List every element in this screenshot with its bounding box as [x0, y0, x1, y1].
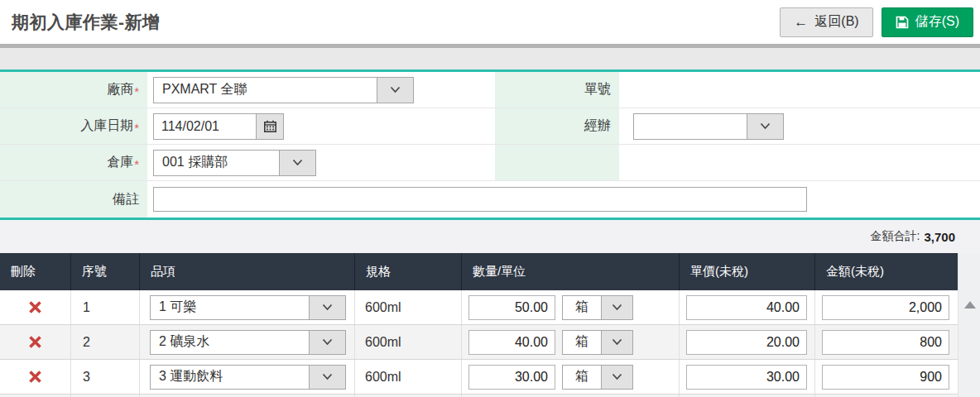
- handler-select[interactable]: [633, 113, 784, 140]
- remark-input[interactable]: [153, 187, 807, 212]
- total-band: 金額合計: 3,700: [0, 220, 980, 253]
- unit-price-input[interactable]: [686, 365, 807, 390]
- remark-label: 備註: [0, 181, 147, 218]
- col-header-amount: 金額(未稅): [814, 253, 958, 290]
- amount-input[interactable]: [822, 330, 949, 355]
- floppy-disk-icon: [896, 16, 909, 29]
- total-label: 金額合計:: [871, 229, 920, 244]
- unit-select-value: 箱: [563, 296, 601, 319]
- col-header-spec: 規格: [354, 253, 461, 290]
- delete-row-button[interactable]: [28, 300, 42, 314]
- delete-x-icon: [28, 370, 42, 384]
- save-button[interactable]: 儲存(S): [882, 7, 973, 37]
- required-mark: *: [134, 157, 139, 171]
- chevron-down-icon[interactable]: [377, 78, 413, 103]
- form-row-vendor-docno: 廠商* PXMART 全聯 單號: [0, 72, 980, 108]
- unit-select-value: 箱: [563, 331, 601, 354]
- col-header-seq: 序號: [70, 253, 139, 290]
- required-mark: *: [134, 84, 139, 98]
- chevron-down-icon[interactable]: [309, 366, 345, 389]
- row-spec: 600ml: [354, 360, 461, 394]
- chevron-down-icon[interactable]: [309, 331, 345, 354]
- triangle-up-icon: [964, 301, 976, 309]
- unit-price-input[interactable]: [686, 295, 807, 320]
- vendor-select[interactable]: PXMART 全聯: [153, 77, 414, 103]
- amount-input[interactable]: [822, 295, 949, 320]
- row-seq: 2: [70, 325, 139, 359]
- chevron-down-icon[interactable]: [601, 366, 632, 389]
- item-select-value: 1 可樂: [151, 296, 309, 319]
- delete-x-icon: [28, 335, 42, 349]
- row-spec: 600ml: [354, 325, 461, 359]
- item-select-value: 2 礦泉水: [151, 331, 309, 354]
- empty-field: [619, 145, 980, 180]
- item-select[interactable]: 1 可樂: [150, 295, 346, 320]
- calendar-icon[interactable]: [257, 113, 284, 140]
- table-row: 2 2 礦泉水 600ml 箱: [0, 325, 958, 360]
- unit-price-input[interactable]: [686, 330, 807, 355]
- vendor-label: 廠商*: [0, 72, 147, 108]
- table-body: 1 1 可樂 600ml 箱: [0, 290, 980, 397]
- table-scrollbar[interactable]: [958, 253, 980, 397]
- chevron-down-icon[interactable]: [279, 151, 315, 175]
- empty-mint-cell: [495, 145, 619, 180]
- item-select[interactable]: 2 礦泉水: [150, 330, 346, 355]
- delete-row-button[interactable]: [28, 370, 42, 384]
- unit-select[interactable]: 箱: [562, 295, 633, 320]
- form-row-remark: 備註: [0, 181, 980, 218]
- screen: 期初入庫作業-新增 ← 返回(B) 儲存(S): [0, 0, 980, 397]
- warehouse-select[interactable]: 001 採購部: [153, 150, 316, 176]
- table-header-row: 刪除 序號 品項 規格 數量/單位 單價(未稅) 金額(未稅): [0, 253, 958, 290]
- item-select[interactable]: 3 運動飲料: [150, 365, 346, 390]
- unit-select-value: 箱: [563, 366, 601, 389]
- row-seq: 3: [70, 360, 139, 394]
- save-button-label: 儲存(S): [915, 13, 959, 31]
- docno-label: 單號: [495, 72, 619, 108]
- table-row: 3 3 運動飲料 600ml 箱: [0, 360, 958, 395]
- row-seq: 1: [70, 290, 139, 324]
- quantity-input[interactable]: [468, 295, 555, 320]
- unit-select[interactable]: 箱: [562, 365, 633, 390]
- row-spec: 600ml: [354, 290, 461, 324]
- chevron-down-icon[interactable]: [601, 296, 632, 319]
- handler-select-value: [634, 114, 747, 139]
- chevron-down-icon[interactable]: [309, 296, 345, 319]
- chevron-down-icon[interactable]: [601, 331, 632, 354]
- warehouse-select-value: 001 採購部: [154, 151, 279, 175]
- form-row-date-handler: 入庫日期* 經辦: [0, 108, 980, 145]
- back-button-label: 返回(B): [814, 13, 858, 31]
- chevron-down-icon[interactable]: [747, 114, 783, 139]
- item-select-value: 3 運動飲料: [151, 366, 309, 389]
- quantity-input[interactable]: [468, 330, 555, 355]
- vendor-select-value: PXMART 全聯: [154, 78, 377, 103]
- topbar-buttons: ← 返回(B) 儲存(S): [780, 7, 973, 37]
- indate-label: 入庫日期*: [0, 108, 147, 144]
- col-header-delete: 刪除: [0, 253, 70, 290]
- amount-input[interactable]: [822, 365, 949, 390]
- col-header-qty-unit: 數量/單位: [461, 253, 679, 290]
- col-header-item: 品項: [139, 253, 354, 290]
- indate-input[interactable]: [153, 113, 257, 140]
- total-value: 3,700: [924, 230, 955, 244]
- quantity-input[interactable]: [468, 365, 555, 390]
- delete-x-icon: [28, 300, 42, 314]
- col-header-price: 單價(未稅): [679, 253, 814, 290]
- scroll-up-button[interactable]: [958, 296, 980, 313]
- warehouse-label: 倉庫*: [0, 145, 147, 180]
- docno-value: [619, 72, 980, 108]
- topbar: 期初入庫作業-新增 ← 返回(B) 儲存(S): [0, 0, 980, 44]
- delete-row-button[interactable]: [28, 335, 42, 349]
- handler-label: 經辦: [495, 108, 619, 144]
- back-button[interactable]: ← 返回(B): [780, 7, 872, 37]
- form-row-warehouse: 倉庫* 001 採購部: [0, 145, 980, 181]
- gray-band: [0, 48, 980, 69]
- items-table: 刪除 序號 品項 規格 數量/單位 單價(未稅) 金額(未稅) 1 1 可樂: [0, 253, 980, 397]
- page-title: 期初入庫作業-新增: [12, 11, 161, 34]
- arrow-left-icon: ←: [794, 15, 808, 29]
- table-row: 1 1 可樂 600ml 箱: [0, 290, 958, 325]
- form-section: 廠商* PXMART 全聯 單號 入庫日期*: [0, 69, 980, 220]
- unit-select[interactable]: 箱: [562, 330, 633, 355]
- required-mark: *: [134, 121, 139, 135]
